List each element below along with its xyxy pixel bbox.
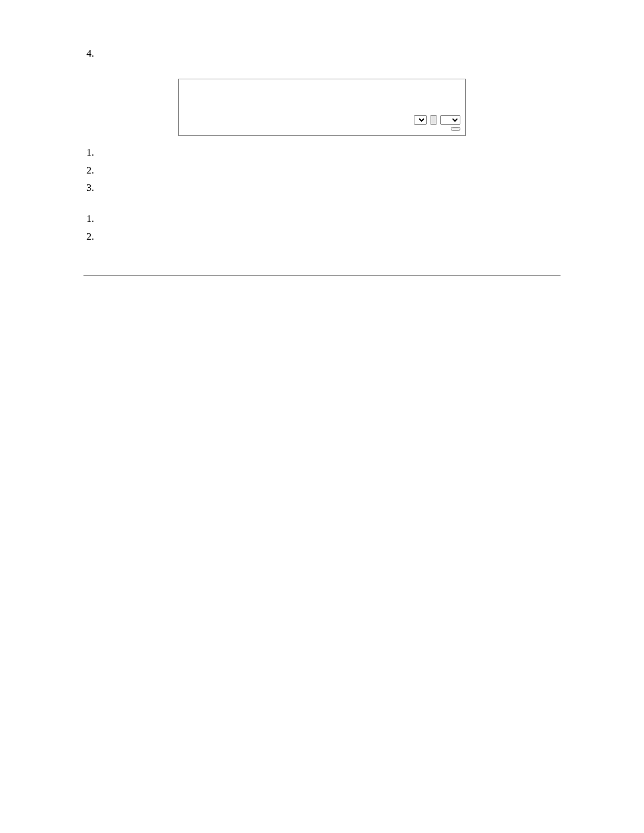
auto-step-1: [97, 212, 561, 226]
step-2: [97, 163, 561, 178]
top-list-item-4: [97, 47, 561, 61]
enter-button[interactable]: [451, 127, 460, 131]
footer-rule: [83, 275, 561, 275]
copy-to-line-select[interactable]: [440, 115, 460, 125]
step-3: [97, 181, 561, 195]
auto-steps-list: [97, 212, 561, 244]
main-steps-list: [97, 145, 561, 195]
popular-applications-line: [184, 115, 460, 125]
popular-applications-select[interactable]: [414, 115, 427, 125]
step-1: [97, 145, 561, 160]
auto-step-2: [97, 230, 561, 244]
copy-to-button[interactable]: [431, 115, 436, 125]
embedded-screenshot: [178, 79, 466, 136]
top-ordered-list: [97, 47, 561, 61]
